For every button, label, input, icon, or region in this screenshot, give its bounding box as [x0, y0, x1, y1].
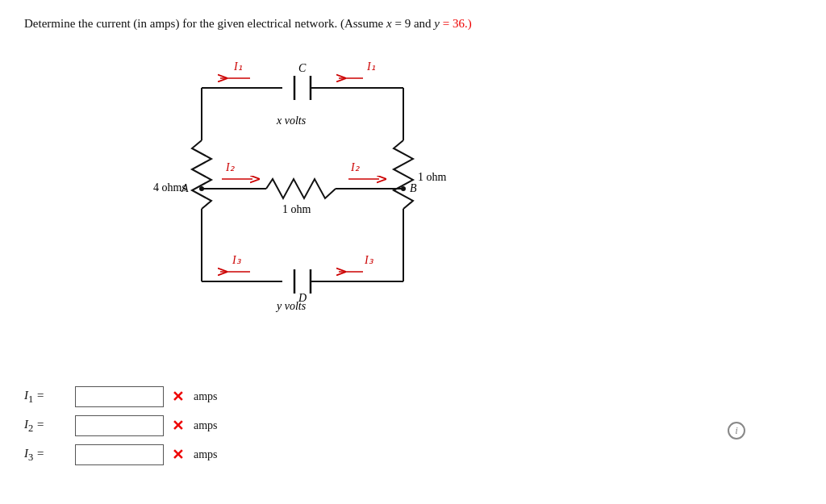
- x-var: x: [386, 17, 392, 30]
- info-icon[interactable]: i: [728, 422, 745, 439]
- i1-right-label: I₁: [366, 60, 376, 73]
- answer-row-i3: I3 = ✕ amps: [24, 444, 218, 465]
- node-c-label: C: [298, 62, 307, 74]
- x-value: = 9: [392, 17, 411, 30]
- node-a-label: A: [181, 182, 189, 194]
- i2-label: I2 =: [24, 418, 69, 435]
- i3-error-icon: ✕: [172, 446, 184, 464]
- i3-left-label: I₃: [232, 254, 242, 266]
- i1-label: I1 =: [24, 389, 69, 406]
- i2-left-label: I₂: [225, 161, 235, 173]
- problem-statement: Determine the current (in amps) for the …: [24, 15, 802, 33]
- circuit-diagram: 4 ohms A 1 ohm B x volts C: [89, 48, 802, 322]
- i3-right-label: I₃: [364, 254, 374, 266]
- node-d-label: D: [298, 292, 307, 304]
- x-volts-label: x volts: [276, 115, 307, 127]
- i1-input[interactable]: [75, 386, 164, 407]
- problem-text-prefix: Determine the current (in amps) for the …: [24, 17, 386, 30]
- i3-label: I3 =: [24, 447, 69, 464]
- y-var: y: [434, 17, 440, 30]
- answers-section: I1 = ✕ amps I2 = ✕ amps I3 = ✕ amps: [24, 386, 218, 473]
- r2-label: 1 ohm: [282, 203, 311, 215]
- node-b-label: B: [410, 182, 417, 194]
- answer-row-i1: I1 = ✕ amps: [24, 386, 218, 407]
- i2-error-icon: ✕: [172, 417, 184, 435]
- i3-input[interactable]: [75, 444, 164, 465]
- answer-row-i2: I2 = ✕ amps: [24, 415, 218, 436]
- i1-error-icon: ✕: [172, 388, 184, 406]
- page: Determine the current (in amps) for the …: [0, 0, 826, 504]
- circuit-svg: 4 ohms A 1 ohm B x volts C: [89, 48, 508, 322]
- i1-unit: amps: [194, 390, 218, 403]
- i3-unit: amps: [194, 448, 218, 461]
- y-value: = 36.): [440, 17, 472, 30]
- i1-left-label: I₁: [233, 60, 243, 73]
- i2-unit: amps: [194, 419, 218, 432]
- and-text: and: [411, 17, 434, 30]
- i2-input[interactable]: [75, 415, 164, 436]
- i2-right-label: I₂: [350, 161, 360, 173]
- r1-label: 1 ohm: [418, 171, 447, 183]
